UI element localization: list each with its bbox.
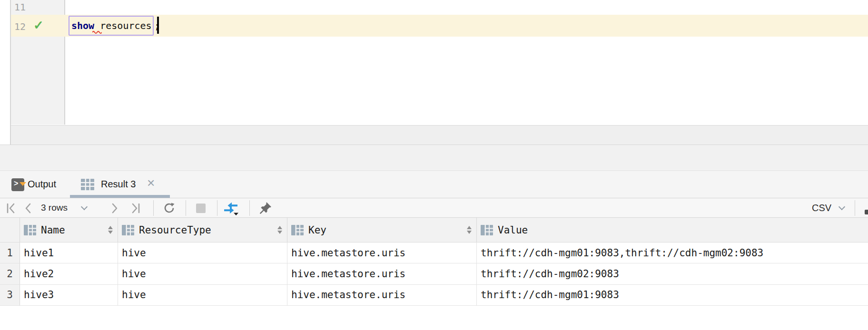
sort-arrows-icon[interactable] [108, 226, 113, 234]
cell-resourcetype[interactable]: hive [118, 285, 287, 306]
toolbar-separator [249, 200, 250, 216]
column-header-key[interactable]: Key [287, 218, 477, 242]
grid-header-row: Name ResourceType Key [0, 218, 868, 243]
chevron-down-icon[interactable] [81, 204, 88, 210]
column-header-name[interactable]: Name [20, 218, 118, 242]
export-format-dropdown[interactable]: CSV [812, 203, 831, 214]
editor-footer-panel [11, 125, 868, 145]
typo-squiggle-icon [92, 30, 102, 34]
cell-resourcetype[interactable]: hive [118, 243, 287, 263]
code-line[interactable]: show resources [71, 20, 152, 31]
code-space [94, 20, 100, 31]
sort-arrows-icon[interactable] [467, 226, 472, 234]
cell-value[interactable]: thrift://cdh-mgm01:9083,thrift://cdh-mgm… [477, 243, 868, 263]
chevron-down-icon[interactable] [838, 204, 845, 210]
cell-name[interactable]: hive1 [20, 243, 118, 263]
cell-value[interactable]: thrift://cdh-mgm01:9083 [477, 285, 868, 306]
scroll-down-arrow-icon [20, 186, 26, 194]
toolbar-separator [855, 200, 855, 216]
sql-editor[interactable]: 11 12 ✓ show resources ; [0, 0, 868, 125]
line-number-12: 12 [13, 21, 26, 32]
column-icon [291, 225, 304, 235]
column-icon [481, 225, 493, 235]
cell-key[interactable]: hive.metastore.uris [287, 243, 477, 263]
statement-success-check-icon: ✓ [33, 18, 44, 33]
panel-divider-band [0, 145, 868, 171]
cell-name[interactable]: hive2 [20, 263, 118, 284]
column-icon [122, 225, 134, 235]
sql-keyword: show [71, 20, 94, 31]
toolbar-separator [186, 200, 186, 216]
row-number[interactable]: 3 [0, 285, 20, 306]
sort-arrows-icon[interactable] [277, 226, 282, 234]
reload-icon[interactable] [163, 202, 176, 214]
first-page-icon[interactable] [5, 203, 16, 214]
close-icon[interactable]: × [147, 176, 155, 190]
results-tab-bar: > Output Result 3 × [0, 172, 868, 198]
table-row: 3 hive3 hive hive.metastore.uris thrift:… [0, 285, 868, 306]
cell-value[interactable]: thrift://cdh-mgm02:9083 [477, 263, 868, 284]
table-row: 1 hive1 hive hive.metastore.uris thrift:… [0, 243, 868, 263]
table-row: 2 hive2 hive hive.metastore.uris thrift:… [0, 263, 868, 284]
compare-data-icon[interactable] [224, 202, 239, 215]
cell-key[interactable]: hive.metastore.uris [287, 263, 477, 284]
console-output-icon: > [11, 178, 24, 191]
row-number-header[interactable] [0, 218, 20, 242]
text-caret [157, 17, 159, 34]
clipped-toolbar-icon [865, 210, 868, 214]
next-page-icon[interactable] [108, 203, 120, 214]
column-header-value[interactable]: Value [477, 218, 868, 242]
cell-key[interactable]: hive.metastore.uris [287, 285, 477, 306]
table-icon [81, 179, 94, 190]
row-number[interactable]: 2 [0, 263, 20, 284]
toolbar-separator [153, 200, 154, 216]
page-size-dropdown[interactable]: 3 rows [41, 203, 68, 213]
tab-output-label: Output [28, 179, 56, 190]
sql-identifier: resources [100, 20, 151, 31]
previous-page-icon[interactable] [23, 203, 34, 214]
result-toolbar: 3 rows CSV [0, 198, 868, 218]
cell-name[interactable]: hive3 [20, 285, 118, 306]
result-grid: Name ResourceType Key [0, 218, 868, 306]
cell-resourcetype[interactable]: hive [118, 263, 287, 284]
active-tab-underline [70, 195, 170, 198]
tab-result-label: Result 3 [101, 179, 136, 190]
pin-icon[interactable] [259, 201, 272, 215]
column-icon [24, 225, 36, 235]
column-header-resourcetype[interactable]: ResourceType [118, 218, 287, 242]
toolbar-separator [217, 200, 217, 216]
stop-icon[interactable] [196, 204, 206, 213]
row-number[interactable]: 1 [0, 243, 20, 263]
last-page-icon[interactable] [130, 203, 142, 214]
line-number-11: 11 [13, 1, 26, 13]
